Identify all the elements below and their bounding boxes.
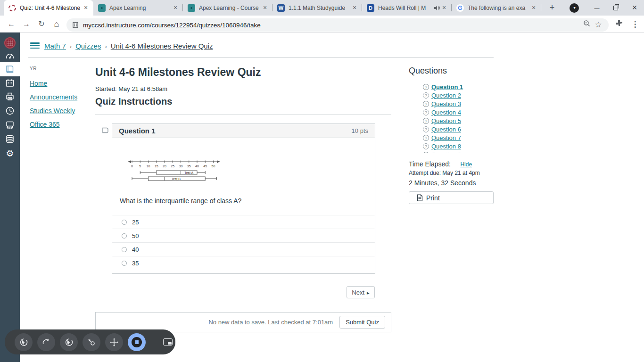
question-link[interactable]: Question 7 <box>431 134 461 141</box>
tab-close-icon[interactable] <box>82 4 90 12</box>
question-link-item[interactable]: Question 4 <box>423 108 494 116</box>
site-info-icon[interactable] <box>72 22 79 28</box>
database-icon[interactable] <box>0 132 20 146</box>
close-window-button[interactable] <box>625 0 644 16</box>
tab-audio-icon[interactable] <box>434 5 440 11</box>
tab-apex-course[interactable]: Apex Learning - Course <box>183 0 272 16</box>
course-menu-icon[interactable] <box>30 42 40 49</box>
restore-button[interactable] <box>606 0 625 16</box>
breadcrumb-course[interactable]: Math 7 <box>44 42 66 50</box>
option-label: 50 <box>132 232 139 239</box>
radio-button[interactable] <box>122 261 127 266</box>
question-link-item[interactable]: Question 7 <box>423 133 494 142</box>
question-link[interactable]: Question 2 <box>431 92 461 99</box>
question-link-item[interactable]: Question 3 <box>423 99 494 108</box>
save-status-text: No new data to save. Last checked at 7:0… <box>208 319 333 326</box>
breadcrumb-quizzes[interactable]: Quizzes <box>75 42 101 50</box>
question-link-item[interactable]: Question 6 <box>423 125 494 133</box>
question-link-item[interactable]: Question 2 <box>423 91 494 99</box>
address-bar[interactable]: myccsd.instructure.com/courses/122954/qu… <box>66 18 609 32</box>
school-logo-icon[interactable] <box>0 36 20 50</box>
redo-arrow-icon[interactable] <box>37 333 55 351</box>
question-status-icon <box>423 92 429 99</box>
term-label: YR <box>30 66 91 71</box>
question-link[interactable]: Question 9 <box>431 151 461 154</box>
question-link-item[interactable]: Question 5 <box>423 116 494 125</box>
question-link-item[interactable]: Question 9 <box>423 150 494 153</box>
forward-icon[interactable]: → <box>21 18 32 30</box>
tab-close-icon[interactable] <box>172 4 179 12</box>
apex-favicon <box>98 4 106 12</box>
back-icon[interactable]: ← <box>6 18 17 30</box>
radio-button[interactable] <box>122 233 127 239</box>
answer-option[interactable]: 40 <box>112 242 375 256</box>
sidebar-item-home[interactable]: Home <box>30 80 91 87</box>
hide-timer-link[interactable]: Hide <box>460 161 472 168</box>
question-link[interactable]: Question 3 <box>431 100 461 107</box>
svg-text:50: 50 <box>212 165 215 168</box>
svg-text:Test B: Test B <box>171 177 181 181</box>
tab-close-icon[interactable] <box>351 4 358 12</box>
pause-button[interactable] <box>128 333 146 351</box>
home-icon[interactable]: ⌂ <box>51 18 62 30</box>
history-clock-icon[interactable] <box>0 104 20 118</box>
tab-google-search[interactable]: The following is an exa <box>452 0 541 16</box>
courses-icon[interactable] <box>0 62 20 76</box>
picture-in-picture-icon[interactable] <box>159 333 177 351</box>
cursor-click-alt-icon[interactable] <box>60 333 78 351</box>
new-tab-button[interactable] <box>546 2 558 14</box>
question-status-icon <box>423 101 429 107</box>
answer-option[interactable]: 25 <box>112 215 375 229</box>
move-arrows-icon[interactable] <box>105 333 123 351</box>
drag-target-icon[interactable] <box>83 333 100 351</box>
answer-option[interactable]: 35 <box>112 256 375 270</box>
tab-studyguide[interactable]: 1.1.1 Math Studyguide <box>272 0 362 16</box>
av-cart-icon[interactable] <box>0 118 20 132</box>
browser-menu-icon[interactable] <box>629 18 641 31</box>
dashboard-icon[interactable] <box>0 49 20 64</box>
cursor-click-icon[interactable] <box>15 333 33 351</box>
next-label: Next <box>352 289 364 296</box>
question-link-item[interactable]: Question 1 <box>423 82 494 91</box>
questions-list: Question 1 Question 2 Question 3 Questio… <box>423 82 494 153</box>
url-text[interactable]: myccsd.instructure.com/courses/122954/qu… <box>83 22 581 29</box>
reload-icon[interactable]: ↻ <box>36 18 47 30</box>
tab-heads-will-roll[interactable]: Heads Will Roll | M <box>362 0 452 16</box>
tab-apex-learning[interactable]: Apex Learning <box>93 0 183 16</box>
quiz-started-text: Started: May 21 at 6:58am <box>95 85 391 92</box>
print-center-icon[interactable] <box>0 90 20 104</box>
answer-option[interactable]: 50 <box>112 229 375 242</box>
radio-button[interactable] <box>122 220 127 225</box>
bookmark-star-icon[interactable] <box>593 19 604 31</box>
print-button[interactable]: Print <box>409 191 494 204</box>
question-link[interactable]: Question 8 <box>431 143 461 150</box>
tab-close-icon[interactable] <box>261 4 269 12</box>
zoom-out-icon[interactable] <box>581 19 593 31</box>
radio-button[interactable] <box>122 247 127 252</box>
sidebar-item-studies-weekly[interactable]: Studies Weekly <box>30 107 91 115</box>
settings-gear-icon[interactable] <box>0 146 20 160</box>
question-link[interactable]: Question 1 <box>431 83 463 90</box>
question-link-item[interactable]: Question 8 <box>423 142 494 150</box>
time-elapsed-block: Time Elapsed: Hide Attempt due: May 21 a… <box>409 160 494 204</box>
sidebar-item-office365[interactable]: Office 365 <box>30 121 91 128</box>
word-favicon <box>277 4 285 12</box>
screen-recorder-toolbar <box>5 329 175 354</box>
minimize-button[interactable] <box>587 0 606 16</box>
sidebar-item-announcements[interactable]: Announcements <box>30 93 91 101</box>
extensions-puzzle-icon[interactable] <box>613 18 625 31</box>
tab-close-icon[interactable] <box>530 4 537 12</box>
calendar-icon[interactable] <box>0 76 20 90</box>
tab-close-icon[interactable] <box>440 4 448 12</box>
question-points: 10 pts <box>352 127 368 134</box>
flag-question-icon[interactable] <box>102 127 109 134</box>
question-link[interactable]: Question 5 <box>431 117 461 124</box>
question-text: What is the interquartile range of class… <box>120 197 375 205</box>
question-link[interactable]: Question 4 <box>431 109 461 116</box>
tab-quiz[interactable]: Quiz: Unit 4-6 Milestone <box>4 0 93 16</box>
tab-title: Apex Learning - Course <box>199 5 259 11</box>
profile-icon[interactable] <box>570 3 579 13</box>
submit-quiz-button[interactable]: Submit Quiz <box>339 316 385 329</box>
question-link[interactable]: Question 6 <box>431 126 461 133</box>
next-button[interactable]: Next <box>347 286 375 298</box>
